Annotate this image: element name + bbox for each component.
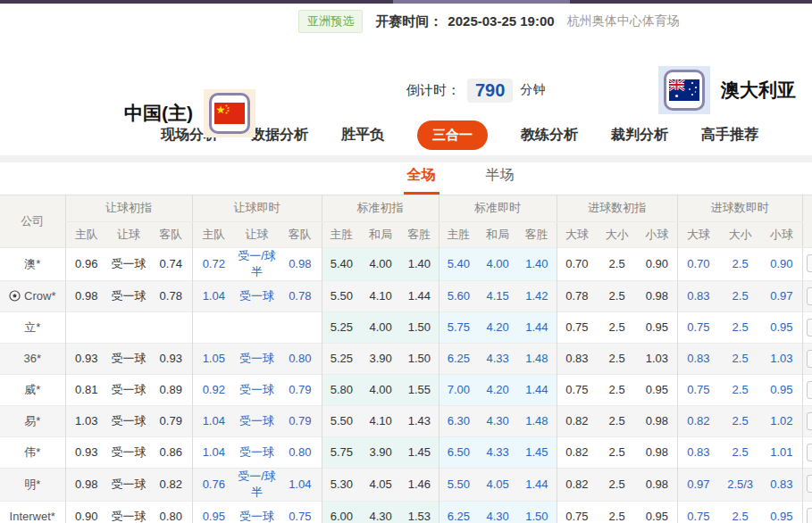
odds-cell[interactable]: 0.82: [677, 405, 719, 436]
company-name[interactable]: 明*: [0, 468, 65, 501]
odds-cell[interactable]: 受一球: [235, 405, 279, 436]
period-tab-0[interactable]: 全场: [404, 166, 439, 195]
odds-cell[interactable]: 受一球: [235, 374, 279, 405]
odds-cell[interactable]: 6.25: [439, 501, 478, 523]
odds-cell[interactable]: 4.20: [478, 311, 517, 343]
row-action-button-fragment[interactable]: [807, 350, 812, 368]
odds-cell[interactable]: 受一球: [235, 343, 279, 374]
odds-cell[interactable]: 1.50: [517, 501, 557, 523]
odds-cell[interactable]: 0.78: [279, 280, 322, 311]
odds-cell[interactable]: 6.30: [439, 405, 478, 436]
odds-cell[interactable]: 2.5: [719, 280, 761, 311]
odds-cell[interactable]: 0.95: [192, 501, 235, 523]
company-name[interactable]: 威*: [0, 374, 65, 405]
row-action-button-fragment[interactable]: [807, 475, 812, 493]
odds-cell[interactable]: 1.01: [761, 436, 802, 468]
odds-cell[interactable]: 5.75: [439, 311, 478, 343]
odds-cell[interactable]: 1.03: [761, 343, 802, 374]
odds-cell[interactable]: 1.44: [517, 374, 557, 405]
company-name[interactable]: 伟*: [0, 436, 65, 468]
odds-cell[interactable]: 2.5: [719, 311, 761, 343]
odds-cell[interactable]: 1.02: [761, 405, 802, 436]
odds-cell[interactable]: 0.97: [677, 468, 719, 501]
row-action-button-fragment[interactable]: [807, 254, 812, 272]
odds-cell[interactable]: 受一球: [235, 436, 279, 468]
nav-tab-4[interactable]: 教练分析: [521, 126, 578, 145]
row-action-button-fragment[interactable]: [807, 444, 812, 461]
odds-cell[interactable]: 2.5: [719, 501, 761, 523]
odds-cell[interactable]: 0.75: [677, 311, 719, 343]
odds-cell[interactable]: 1.44: [517, 311, 557, 343]
odds-cell[interactable]: 0.79: [279, 405, 322, 436]
odds-cell[interactable]: 4.30: [478, 501, 517, 523]
odds-cell[interactable]: 6.50: [439, 436, 478, 468]
odds-cell[interactable]: 0.75: [677, 501, 719, 523]
odds-cell[interactable]: 4.05: [478, 468, 517, 501]
odds-cell[interactable]: 受一球: [235, 501, 279, 523]
odds-cell[interactable]: 4.33: [478, 343, 517, 374]
odds-cell[interactable]: 2.5: [719, 374, 761, 405]
odds-cell[interactable]: 0.75: [279, 501, 322, 523]
odds-cell[interactable]: 0.70: [677, 247, 719, 280]
company-name[interactable]: Crow*: [0, 280, 65, 311]
row-action-button-fragment[interactable]: [807, 287, 812, 305]
odds-cell[interactable]: 1.04: [192, 405, 235, 436]
odds-cell[interactable]: 0.92: [192, 374, 235, 405]
company-name[interactable]: Interwet*: [0, 501, 65, 523]
odds-cell[interactable]: 4.33: [478, 436, 517, 468]
nav-tab-6[interactable]: 高手推荐: [701, 126, 758, 145]
odds-cell[interactable]: 4.20: [478, 374, 517, 405]
odds-cell[interactable]: 1.04: [192, 436, 235, 468]
odds-cell[interactable]: 受一/球半: [235, 468, 279, 501]
odds-cell[interactable]: 0.90: [761, 247, 802, 280]
odds-cell[interactable]: 1.05: [192, 343, 235, 374]
odds-cell[interactable]: 受一/球半: [235, 247, 279, 280]
odds-cell[interactable]: 7.00: [439, 374, 478, 405]
odds-cell[interactable]: 5.40: [439, 247, 478, 280]
odds-cell[interactable]: 4.00: [478, 247, 517, 280]
odds-cell[interactable]: 5.50: [439, 468, 478, 501]
odds-cell[interactable]: 受一球: [235, 280, 279, 311]
odds-cell[interactable]: 0.95: [761, 311, 802, 343]
odds-cell[interactable]: 0.95: [761, 501, 802, 523]
company-name[interactable]: 36*: [0, 343, 65, 374]
row-action-button-fragment[interactable]: [807, 412, 812, 430]
company-name[interactable]: 澳*: [0, 247, 65, 280]
odds-cell[interactable]: 0.83: [761, 468, 802, 501]
odds-cell[interactable]: 2.5: [719, 436, 761, 468]
odds-cell[interactable]: 0.95: [761, 374, 802, 405]
odds-cell[interactable]: 0.83: [677, 280, 719, 311]
odds-cell[interactable]: 1.44: [517, 468, 557, 501]
row-action-button-fragment[interactable]: [807, 319, 812, 336]
odds-cell[interactable]: 1.04: [192, 280, 235, 311]
company-name[interactable]: 立*: [0, 311, 65, 343]
odds-cell[interactable]: 4.15: [478, 280, 517, 311]
odds-cell[interactable]: 5.60: [439, 280, 478, 311]
odds-cell[interactable]: 0.80: [279, 436, 322, 468]
odds-cell[interactable]: 0.83: [677, 343, 719, 374]
odds-cell[interactable]: 1.48: [517, 405, 557, 436]
odds-cell[interactable]: 6.25: [439, 343, 478, 374]
nav-tab-5[interactable]: 裁判分析: [611, 126, 668, 145]
odds-cell[interactable]: 0.76: [192, 468, 235, 501]
odds-cell[interactable]: 1.40: [517, 247, 557, 280]
odds-cell[interactable]: 1.45: [517, 436, 557, 468]
odds-cell[interactable]: 0.80: [279, 343, 322, 374]
odds-cell[interactable]: 1.42: [517, 280, 557, 311]
row-action-button-fragment[interactable]: [807, 381, 812, 399]
row-action-button-fragment[interactable]: [807, 508, 812, 523]
odds-cell[interactable]: 1.04: [279, 468, 322, 501]
odds-cell[interactable]: 0.98: [279, 247, 322, 280]
odds-cell[interactable]: 2.5: [719, 247, 761, 280]
odds-cell[interactable]: 2.5: [719, 343, 761, 374]
nav-tab-1[interactable]: 数据分析: [251, 126, 308, 145]
nav-tab-2[interactable]: 胜平负: [341, 126, 384, 145]
odds-cell[interactable]: 2.5: [719, 405, 761, 436]
odds-cell[interactable]: 1.48: [517, 343, 557, 374]
company-name[interactable]: 易*: [0, 405, 65, 436]
odds-cell[interactable]: 0.97: [761, 280, 802, 311]
odds-cell[interactable]: 0.75: [677, 374, 719, 405]
odds-cell[interactable]: 2.5/3: [719, 468, 761, 501]
period-tab-1[interactable]: 半场: [482, 166, 518, 195]
odds-cell[interactable]: 0.83: [677, 436, 719, 468]
